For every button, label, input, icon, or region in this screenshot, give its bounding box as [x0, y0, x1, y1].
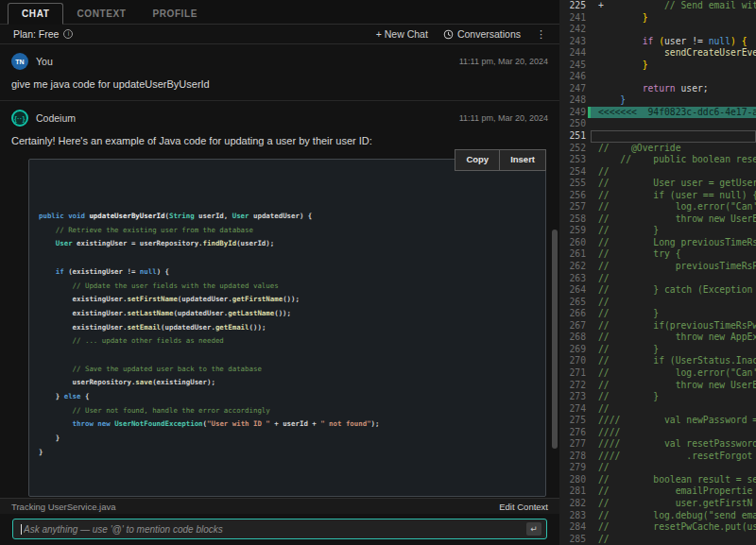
code-line: }	[39, 446, 536, 460]
line-number: 275	[559, 415, 591, 427]
editor-line-content	[591, 130, 756, 143]
editor-line: 275//// val newPassword = ge	[559, 415, 756, 427]
editor-line: 247 return user;	[559, 83, 756, 95]
insert-button[interactable]: Insert	[500, 149, 546, 171]
editor-line: 242	[559, 24, 756, 36]
editor-line: 255// User user = getUserByU	[559, 178, 756, 190]
editor-line: 241 }	[559, 12, 756, 25]
editor-line-content: // }	[591, 225, 756, 237]
line-number: 269	[559, 344, 591, 356]
editor-line-content: // log.debug("send email	[591, 510, 756, 522]
editor-line: 244 sendCreateUserEvent	[559, 47, 756, 60]
editor-line: 266// }	[559, 308, 756, 320]
editor-line-content: // }	[591, 308, 756, 320]
editor-line: 270// if (UserStatus.Inactiv	[559, 355, 756, 367]
line-number: 259	[559, 225, 591, 237]
assistant-name: Codeium	[36, 112, 76, 124]
chat-scrollbar-thumb[interactable]	[552, 230, 558, 449]
context-footer: Tracking UserService.java Edit Context	[0, 498, 559, 514]
line-number: 266	[559, 308, 591, 320]
editor-line: 250	[559, 118, 756, 130]
new-chat-button[interactable]: + New Chat	[376, 28, 428, 40]
line-number: 279	[559, 462, 591, 474]
code-block: Copy Insert public void updateUserByUser…	[28, 159, 546, 497]
editor-line-content: return user;	[591, 83, 756, 95]
editor-line-content	[591, 118, 756, 130]
editor-line-content: // log.error("Can't	[591, 201, 756, 213]
code-line: existingUser.setFirstName(updatedUser.ge…	[39, 293, 536, 307]
editor-line: 245 }	[559, 60, 756, 72]
editor-line: 269// }	[559, 344, 756, 356]
user-message-text: give me java code for updateUserByUserId	[11, 78, 548, 90]
line-number: 274	[559, 403, 591, 416]
editor-line-content: //	[591, 403, 756, 416]
editor-line: 267// if(previousTimeRsPw !=	[559, 320, 756, 332]
editor-line-content: // boolean result = sendE	[591, 474, 756, 486]
editor-line-content: //	[591, 273, 756, 285]
editor-line: 260// Long previousTimeRsPw	[559, 237, 756, 249]
editor-line: 277//// val resetPasswordInf	[559, 438, 756, 451]
kebab-menu-icon[interactable]: ⋮	[536, 28, 546, 41]
tab-context[interactable]: CONTEXT	[63, 4, 139, 24]
editor-line: 264// } catch (Exception e)	[559, 284, 756, 297]
line-number: 280	[559, 474, 591, 486]
message-list: TN You 11:11 pm, Mar 20, 2024 give me ja…	[0, 44, 559, 498]
editor-line: 258// throw new UserExce	[559, 213, 756, 226]
user-avatar: TN	[11, 53, 28, 70]
editor-line: 225+ // Send email with	[559, 0, 756, 12]
copy-button[interactable]: Copy	[455, 149, 500, 171]
clock-icon	[443, 29, 454, 40]
line-number: 251	[559, 130, 591, 143]
code-line: // ... update other fields as needed	[39, 334, 536, 349]
message-timestamp: 11:11 pm, Mar 20, 2024	[459, 113, 548, 123]
line-number: 243	[559, 36, 591, 48]
code-line: if (existingUser != null) {	[39, 265, 536, 280]
tab-profile[interactable]: PROFILE	[139, 4, 211, 24]
editor-line-content: //	[591, 462, 756, 474]
code-line: throw new UserNotFoundException("User wi…	[39, 417, 536, 432]
assistant-message: {··} Codeium 11:11 pm, Mar 20, 2024 Cert…	[0, 101, 559, 498]
editor-line-content: // public boolean resetFor	[591, 154, 756, 166]
line-number: 250	[559, 118, 591, 130]
plan-bar: Plan: Free i + New Chat Conversations ⋮	[0, 25, 559, 44]
conversations-button[interactable]: Conversations	[443, 28, 521, 40]
chat-code-lines: public void updateUserByUserId(String us…	[39, 210, 536, 459]
chat-input[interactable]: Ask anything — use '@' to mention code b…	[12, 519, 547, 539]
code-editor[interactable]: 225+ // Send email with241 }242 243 if (…	[559, 0, 756, 545]
editor-line-content: // throw new UserExce	[591, 380, 756, 392]
code-line: // User not found, handle the error acco…	[39, 404, 536, 418]
editor-line-content: //	[591, 534, 756, 545]
editor-line: 280// boolean result = sendE	[559, 474, 756, 486]
code-line: existingUser.setEmail(updatedUser.getEma…	[39, 321, 536, 335]
editor-line: 254//	[559, 166, 756, 179]
editor-line: 285//	[559, 534, 756, 545]
editor-line: 263//	[559, 273, 756, 285]
line-number: 252	[559, 143, 591, 155]
edit-context-button[interactable]: Edit Context	[499, 502, 548, 512]
line-number: 254	[559, 166, 591, 179]
editor-line-content: sendCreateUserEvent	[591, 47, 756, 60]
enter-key-icon[interactable]: ↵	[526, 522, 541, 536]
editor-line: 259// }	[559, 225, 756, 237]
line-number: 260	[559, 237, 591, 249]
line-number: 265	[559, 297, 591, 309]
line-number: 268	[559, 332, 591, 344]
editor-line-content: // if(previousTimeRsPw !=	[591, 320, 756, 332]
user-message: TN You 11:11 pm, Mar 20, 2024 give me ja…	[0, 44, 559, 101]
editor-line-content: // log.error("Can't r	[591, 367, 756, 380]
line-number: 281	[559, 485, 591, 498]
text-caret	[21, 524, 22, 535]
editor-line-content: // resetPwCache.put(user	[591, 521, 756, 534]
code-line: userRepository.save(existingUser);	[39, 376, 536, 390]
code-line: } else {	[39, 390, 536, 404]
info-icon[interactable]: i	[63, 29, 73, 39]
user-name: You	[36, 56, 53, 67]
editor-line-content	[591, 71, 756, 83]
editor-line-content: // } catch (Exception e)	[591, 284, 756, 297]
editor-line: 282// user.getFirstN	[559, 498, 756, 510]
tab-chat[interactable]: CHAT	[8, 3, 63, 25]
editor-line: 283// log.debug("send email	[559, 510, 756, 522]
editor-line: 281// emailPropertie	[559, 485, 756, 498]
editor-line: 271// log.error("Can't r	[559, 367, 756, 380]
line-number: 248	[559, 94, 591, 107]
